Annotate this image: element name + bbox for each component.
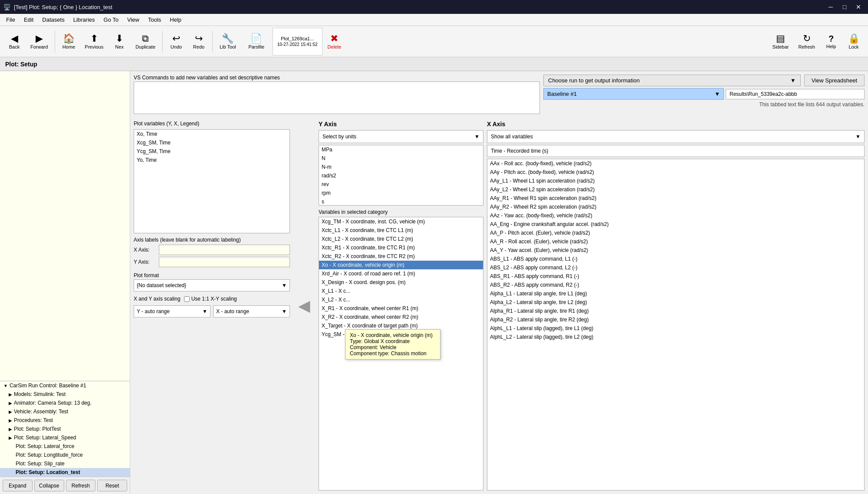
list-item[interactable]: X_Target - X coordinate of target path (… (319, 321, 483, 330)
list-item[interactable]: Alpha_L2 - Lateral slip angle, tire L2 (… (487, 298, 864, 307)
sidebar-item-location-test[interactable]: Plot: Setup: Location_test (0, 468, 130, 477)
list-item[interactable]: Alpha_R1 - Lateral slip angle, tire R1 (… (487, 307, 864, 315)
sidebar-item-longtitude-force[interactable]: Plot: Setup: Longtitude_force (0, 451, 130, 459)
close-button[interactable]: ✕ (852, 2, 865, 12)
list-item[interactable]: Alpha_R2 - Lateral slip angle, tire R2 (… (487, 315, 864, 324)
list-item[interactable]: AAy_L1 - Wheel L1 spin acceleration (rad… (487, 177, 864, 185)
list-item[interactable]: Xctc_R1 - X coordinate, tire CTC R1 (m) (319, 243, 483, 252)
sidebar-item-plottest[interactable]: ▶ Plot: Setup: PlotTest (0, 425, 130, 433)
list-item-selected[interactable]: Xo - X coordinate, vehicle origin (m) (319, 261, 483, 269)
delete-button[interactable]: ✖ Delete (323, 28, 346, 56)
libtool-button[interactable]: 🔧 Lib Tool (215, 28, 240, 56)
list-item[interactable]: ABS_L1 - ABS apply command, L1 (-) (487, 255, 864, 263)
list-item[interactable]: Xrd_Air - X coord. of road aero ref. 1 (… (319, 269, 483, 278)
list-item[interactable]: Yo, Time (134, 156, 289, 164)
sidebar-item-slip-rate[interactable]: Plot: Setup: Slip_rate (0, 459, 130, 468)
list-item[interactable]: Xcg_TM - X coordinate, inst. CG, vehicle… (319, 217, 483, 226)
choose-run-button[interactable]: Choose run to get output information ▼ (543, 75, 801, 86)
list-item[interactable]: AAy_R2 - Wheel R2 spin acceleration (rad… (487, 203, 864, 211)
list-item[interactable]: Xctc_R2 - X coordinate, tire CTC R2 (m) (319, 252, 483, 261)
sidebar-item-models[interactable]: ▶ Models: Simulink: Test (0, 390, 130, 399)
list-item[interactable]: Xctc_L1 - X coordinate, tire CTC L1 (m) (319, 226, 483, 235)
list-item[interactable]: rad/s2 (319, 171, 483, 180)
menu-view[interactable]: View (123, 14, 144, 26)
menu-libraries[interactable]: Libraries (69, 14, 99, 26)
help-button[interactable]: ? Help (820, 28, 842, 56)
list-item[interactable]: AA_P - Pitch accel. (Euler), vehicle (ra… (487, 229, 864, 237)
sidebar-item-animator[interactable]: ▶ Animator: Camera Setup: 13 deg. (0, 399, 130, 407)
format-select[interactable]: {No dataset selected} ▼ (134, 279, 290, 291)
list-item[interactable]: AAx - Roll acc. (body-fixed), vehicle (r… (487, 159, 864, 168)
list-item[interactable]: X_R1 - X coordinate, wheel center R1 (m) (319, 304, 483, 313)
minimize-button[interactable]: ─ (825, 2, 837, 12)
list-item[interactable]: ABS_R1 - ABS apply command, R1 (-) (487, 272, 864, 281)
menu-goto[interactable]: Go To (99, 14, 123, 26)
home-button[interactable]: 🏠 Home (58, 28, 79, 56)
sidebar-item-vehicle[interactable]: ▶ Vehicle: Assembly: Test (0, 407, 130, 416)
list-item[interactable]: AAy - Pitch acc. (body-fixed), vehicle (… (487, 168, 864, 177)
sidebar-button[interactable]: ▤ Sidebar (768, 28, 793, 56)
redo-button[interactable]: ↪ Redo (188, 28, 210, 56)
list-item[interactable]: N (319, 154, 483, 163)
undo-button[interactable]: ↩ Undo (165, 28, 187, 56)
lock-button[interactable]: 🔒 Lock (843, 28, 865, 56)
menu-datasets[interactable]: Datasets (38, 14, 69, 26)
collapse-button[interactable]: Collapse (34, 480, 64, 491)
show-all-select[interactable]: Show all variables ▼ (487, 130, 865, 143)
view-spreadsheet-button[interactable]: View Spreadsheet (804, 75, 865, 86)
list-item[interactable]: X_R2 - X coordinate, wheel center R2 (m) (319, 313, 483, 321)
vs-commands-input[interactable] (134, 82, 540, 114)
list-item[interactable]: Xo, Time (134, 130, 289, 138)
list-item[interactable]: X_L1 - X c... (319, 287, 483, 295)
use11-checkbox-label[interactable]: Use 1:1 X-Y scaling (184, 296, 237, 302)
baseline-select[interactable]: Baseline #1 ▼ (543, 88, 724, 100)
x-vars-list[interactable]: AAx - Roll acc. (body-fixed), vehicle (r… (487, 159, 865, 491)
menu-help[interactable]: Help (165, 14, 186, 26)
y-axis-input[interactable] (159, 257, 290, 267)
refresh-sidebar-button[interactable]: Refresh (66, 480, 96, 491)
reset-button[interactable]: Reset (97, 480, 127, 491)
refresh-toolbar-button[interactable]: ↻ Refresh (794, 28, 819, 56)
list-item[interactable]: AlphL_L1 - Lateral slip (lagged), tire L… (487, 324, 864, 333)
list-item[interactable]: AAz - Yaw acc. (body-fixed), vehicle (ra… (487, 211, 864, 220)
units-list[interactable]: MPa N N-m rad/s2 rev rpm s (319, 145, 483, 206)
y-range-select[interactable]: Y - auto range ▼ (134, 305, 210, 317)
list-item[interactable]: N-m (319, 163, 483, 171)
list-item[interactable]: rpm (319, 189, 483, 197)
previous-button[interactable]: ⬆ Previous (80, 28, 108, 56)
duplicate-button[interactable]: ⧉ Duplicate (131, 28, 160, 56)
list-item[interactable]: AA_R - Roll accel. (Euler), vehicle (rad… (487, 237, 864, 246)
list-item[interactable]: AA_Y - Yaw accel. (Euler), vehicle (rad/… (487, 246, 864, 255)
maximize-button[interactable]: □ (838, 2, 851, 12)
list-item[interactable]: AAy_L2 - Wheel L2 spin acceleration (rad… (487, 185, 864, 194)
next-button[interactable]: ⬇ Nex (108, 28, 130, 56)
left-arrow-button[interactable]: ◀ (298, 297, 310, 315)
sidebar-item-lateral-speed[interactable]: ▶ Plot: Setup: Lateral_Speed (0, 433, 130, 442)
list-item[interactable]: ABS_L2 - ABS apply command, L2 (-) (487, 263, 864, 272)
list-item[interactable]: X_L2 - X c... (319, 295, 483, 304)
expand-button[interactable]: Expand (3, 480, 33, 491)
sidebar-item-carsim[interactable]: ▼ CarSim Run Control: Baseline #1 (0, 381, 130, 390)
list-item[interactable]: AlphL_L2 - Lateral slip (lagged), tire L… (487, 333, 864, 341)
list-item[interactable]: Alpha_L1 - Lateral slip angle, tire L1 (… (487, 289, 864, 298)
list-item[interactable]: Xcg_SM, Time (134, 138, 289, 147)
forward-button[interactable]: ▶ Forward (26, 28, 52, 56)
x-range-select[interactable]: X - auto range ▼ (213, 305, 290, 317)
parsfile-button[interactable]: 📄 Parsfile (241, 28, 272, 56)
x-axis-input[interactable] (159, 245, 290, 255)
list-item[interactable]: X_Design - X coord. design pos. (m) Xo -… (319, 278, 483, 287)
use11-checkbox[interactable] (184, 296, 190, 302)
y-axis-unit-select[interactable]: Select by units ▼ (319, 130, 483, 143)
list-item[interactable]: Xctc_L2 - X coordinate, tire CTC L2 (m) (319, 235, 483, 243)
list-item[interactable]: Ycg_SM, Time (134, 147, 289, 156)
back-button[interactable]: ◀ Back (3, 28, 25, 56)
list-item[interactable]: AAy_R1 - Wheel R1 spin acceleration (rad… (487, 194, 864, 203)
list-item[interactable]: ABS_R2 - ABS apply command, R2 (-) (487, 281, 864, 289)
menu-edit[interactable]: Edit (20, 14, 38, 26)
list-item[interactable]: rev (319, 180, 483, 189)
menu-file[interactable]: File (2, 14, 20, 26)
sidebar-item-procedures[interactable]: ▶ Procedures: Test (0, 416, 130, 425)
list-item[interactable]: s (319, 197, 483, 206)
plot-vars-list[interactable]: Xo, Time Xcg_SM, Time Ycg_SM, Time Yo, T… (134, 129, 290, 233)
menu-tools[interactable]: Tools (144, 14, 165, 26)
